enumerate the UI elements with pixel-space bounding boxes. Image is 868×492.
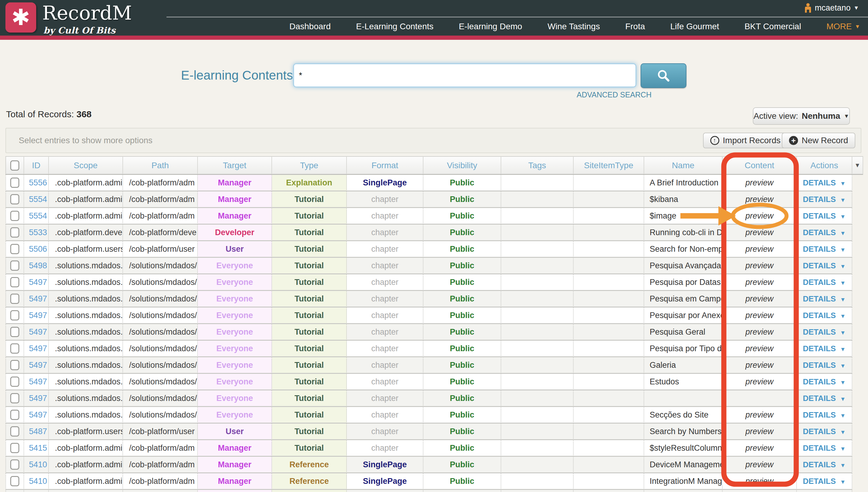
preview-link[interactable]: preview	[745, 311, 773, 320]
preview-link[interactable]: preview	[745, 476, 773, 486]
nav-item-life-gourmet[interactable]: Life Gourmet	[671, 22, 719, 31]
details-button[interactable]: DETAILS▼	[797, 341, 852, 357]
row-checkbox[interactable]	[10, 211, 19, 221]
record-id-link[interactable]: 5410	[24, 460, 47, 469]
active-view-dropdown[interactable]: Active view: Nenhuma ▼	[753, 107, 850, 125]
nav-item-e-learning-contents[interactable]: E-Learning Contents	[356, 22, 433, 31]
row-checkbox[interactable]	[10, 360, 19, 370]
record-id-link[interactable]: 5556	[24, 178, 47, 187]
row-checkbox[interactable]	[10, 227, 19, 238]
row-checkbox[interactable]	[10, 294, 19, 304]
preview-link[interactable]: preview	[745, 377, 773, 386]
details-button[interactable]: DETAILS▼	[797, 473, 852, 490]
record-id-link[interactable]: 5506	[24, 245, 47, 253]
import-records-button[interactable]: ↑ Import Records	[703, 133, 788, 148]
search-button[interactable]	[641, 63, 686, 88]
details-button[interactable]: DETAILS▼	[797, 241, 852, 258]
preview-link[interactable]: preview	[745, 443, 773, 452]
preview-link[interactable]: preview	[745, 195, 773, 204]
column-header-path[interactable]: Path	[123, 156, 198, 175]
preview-link[interactable]: preview	[745, 278, 773, 287]
record-id-link[interactable]: 5497	[24, 361, 47, 370]
user-menu[interactable]: mcaetano ▼	[804, 3, 859, 13]
column-header-siteitemtype[interactable]: SiteItemType	[574, 156, 644, 175]
row-checkbox[interactable]	[10, 443, 19, 453]
record-id-link[interactable]: 5498	[24, 261, 47, 270]
record-id-link[interactable]: 5410	[24, 476, 47, 486]
preview-link[interactable]: preview	[745, 261, 773, 270]
preview-link[interactable]: preview	[745, 410, 773, 419]
column-header-type[interactable]: Type	[272, 156, 347, 175]
row-checkbox[interactable]	[10, 476, 19, 486]
details-button[interactable]: DETAILS▼	[797, 324, 852, 341]
column-header-name[interactable]: Name	[644, 156, 723, 175]
preview-link[interactable]: preview	[745, 228, 773, 237]
row-checkbox[interactable]	[10, 244, 19, 254]
column-header-actions[interactable]: Actions	[797, 156, 852, 175]
record-id-link[interactable]: 5415	[24, 443, 47, 452]
nav-item-more[interactable]: MORE▼	[826, 22, 860, 31]
details-button[interactable]: DETAILS▼	[797, 440, 852, 457]
new-record-button[interactable]: + New Record	[782, 133, 855, 148]
row-checkbox[interactable]	[10, 310, 19, 320]
details-button[interactable]: DETAILS▼	[797, 208, 852, 225]
details-button[interactable]: DETAILS▼	[797, 457, 852, 473]
row-checkbox[interactable]	[10, 343, 19, 353]
column-header-content[interactable]: Content	[723, 156, 797, 175]
record-id-link[interactable]: 5497	[24, 327, 47, 337]
details-button[interactable]: DETAILS▼	[797, 192, 852, 208]
details-button[interactable]: DETAILS▼	[797, 274, 852, 291]
nav-item-bkt-comercial[interactable]: BKT Comercial	[744, 22, 801, 31]
app-logo[interactable]: ✱	[5, 2, 36, 32]
column-header-id[interactable]: ID	[24, 156, 49, 175]
record-id-link[interactable]: 5497	[24, 278, 47, 287]
row-checkbox[interactable]	[10, 376, 19, 387]
record-id-link[interactable]: 5497	[24, 311, 47, 320]
record-id-link[interactable]: 5487	[24, 427, 47, 436]
row-checkbox[interactable]	[10, 426, 19, 437]
record-id-link[interactable]: 5554	[24, 211, 47, 220]
details-button[interactable]: DETAILS▼	[797, 308, 852, 324]
record-id-link[interactable]: 5497	[24, 344, 47, 353]
details-button[interactable]: DETAILS▼	[797, 258, 852, 274]
select-all-checkbox[interactable]	[10, 161, 19, 171]
record-id-link[interactable]: 5533	[24, 228, 47, 237]
row-checkbox[interactable]	[10, 460, 19, 470]
row-checkbox[interactable]	[10, 393, 19, 403]
details-button[interactable]: DETAILS▼	[797, 291, 852, 308]
preview-link[interactable]: preview	[745, 178, 773, 187]
record-id-link[interactable]: 5497	[24, 294, 47, 303]
row-checkbox[interactable]	[10, 410, 19, 420]
record-id-link[interactable]: 5497	[24, 394, 47, 403]
column-header-tags[interactable]: Tags	[501, 156, 574, 175]
search-input[interactable]	[293, 63, 636, 88]
advanced-search-link[interactable]: ADVANCED SEARCH	[577, 91, 651, 99]
column-header-visibility[interactable]: Visibility	[424, 156, 501, 175]
preview-link[interactable]: preview	[745, 460, 773, 469]
preview-link[interactable]: preview	[745, 211, 773, 220]
nav-item-wine-tastings[interactable]: Wine Tastings	[547, 22, 600, 31]
nav-item-e-learning-demo[interactable]: E-learning Demo	[459, 22, 522, 31]
column-header-scope[interactable]: Scope	[49, 156, 123, 175]
preview-link[interactable]: preview	[745, 361, 773, 370]
preview-link[interactable]: preview	[745, 427, 773, 436]
details-button[interactable]: DETAILS▼	[797, 175, 852, 192]
column-header-target[interactable]: Target	[198, 156, 272, 175]
details-button[interactable]: DETAILS▼	[797, 374, 852, 390]
details-button[interactable]: DETAILS▼	[797, 390, 852, 407]
record-id-link[interactable]: 5497	[24, 377, 47, 386]
row-checkbox[interactable]	[10, 327, 19, 337]
row-checkbox[interactable]	[10, 177, 19, 188]
details-button[interactable]: DETAILS▼	[797, 225, 852, 241]
column-header-format[interactable]: Format	[347, 156, 424, 175]
row-checkbox[interactable]	[10, 194, 19, 204]
details-button[interactable]: DETAILS▼	[797, 423, 852, 440]
nav-item-dashboard[interactable]: Dashboard	[289, 22, 331, 31]
nav-item-frota[interactable]: Frota	[625, 22, 645, 31]
preview-link[interactable]: preview	[745, 327, 773, 337]
details-button[interactable]: DETAILS▼	[797, 357, 852, 374]
record-id-link[interactable]: 5554	[24, 195, 47, 204]
row-checkbox[interactable]	[10, 261, 19, 271]
record-id-link[interactable]: 5497	[24, 410, 47, 419]
column-settings-dropdown[interactable]: ▼	[852, 156, 863, 175]
